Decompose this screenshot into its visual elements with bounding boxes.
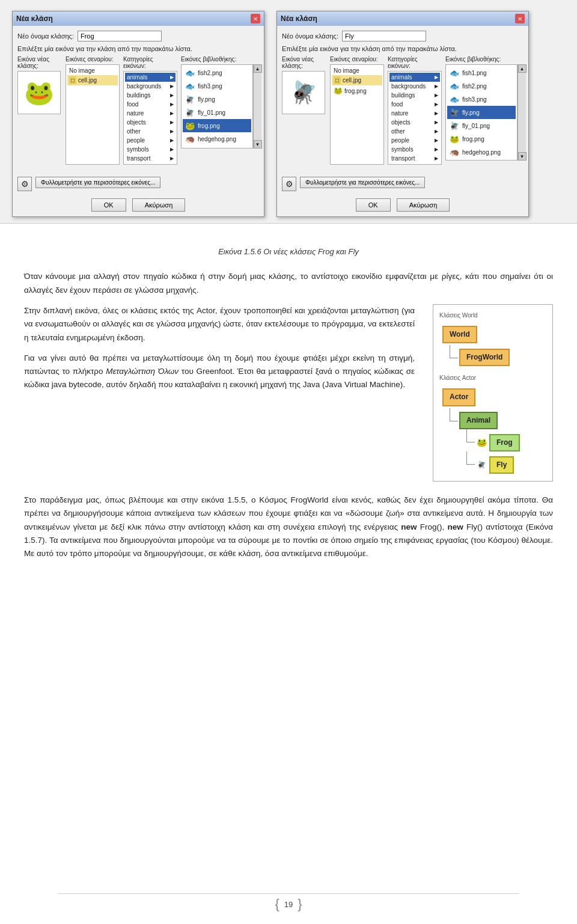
cat-transport[interactable]: transport▶ — [125, 154, 176, 163]
fly-class-row: 🪰 Fly — [476, 455, 514, 475]
paragraph-3: Για να γίνει αυτό θα πρέπει να μεταγλωττ… — [24, 352, 415, 392]
dialog-fly-ok-button[interactable]: OK — [356, 198, 391, 212]
dialog-fly-browse-button[interactable]: Φυλλομετρήστε για περισσότερες εικόνες..… — [300, 177, 425, 188]
dialog-frog-cancel-button[interactable]: Ακύρωση — [132, 198, 186, 212]
cell-jpg-icon: □ — [69, 76, 76, 84]
cat-nature[interactable]: nature▶ — [125, 109, 176, 118]
frog-class-box: Frog — [489, 434, 520, 451]
dialog-frog-cat-list[interactable]: animals▶ backgrounds▶ buildings▶ food▶ — [123, 71, 177, 165]
dialog-fly-name-input[interactable] — [342, 31, 426, 41]
fly-scenario-noimage[interactable]: No image — [332, 66, 382, 75]
dialog-fly-library-section: Εικόνες βιβλιοθήκης: 🐟 fish1.png 🐟 fish2… — [445, 56, 526, 165]
dialog-frog-library-list[interactable]: 🐟 fish2.png 🐟 fish3.png 🪰 fly.png — [181, 64, 253, 148]
fly-cat-transport[interactable]: transport▶ — [389, 154, 440, 163]
scenario-celljpg-label: cell.jpg — [78, 77, 97, 84]
dialog-fly-body: Νέο όνομα κλάσης: Επιλέξτε μία εικόνα γι… — [277, 26, 528, 173]
frogworld-connector: FrogWorld — [442, 346, 510, 367]
dialog-frog-name-row: Νέο όνομα κλάσης: — [17, 31, 259, 41]
fly-scenario-noimage-label: No image — [334, 67, 359, 74]
lib-fly[interactable]: 🪰 fly.png — [183, 93, 251, 106]
fly-cat-backgrounds[interactable]: backgrounds▶ — [389, 82, 440, 91]
fly-cat-objects[interactable]: objects▶ — [389, 118, 440, 127]
fly01-icon: 🪰 — [185, 107, 195, 118]
dialog-frog-preview-area: Εικόνα νέας κλάσης: 🐸 Εικόνες σεναρίου: … — [17, 56, 259, 165]
dialog-frog-browse-button[interactable]: Φυλλομετρήστε για περισσότερες εικόνες..… — [35, 177, 160, 188]
fly-class-box: Fly — [489, 456, 514, 474]
dialog-fly-cancel-button[interactable]: Ακύρωση — [397, 198, 450, 212]
lib-fish3[interactable]: 🐟 fish3.png — [183, 79, 251, 93]
fly-scenario-celljpg[interactable]: □ cell.jpg — [332, 75, 382, 85]
dialog-fly: Νέα κλάση ✕ Νέο όνομα κλάσης: Επιλέξτε μ… — [276, 11, 529, 217]
lib-fly01[interactable]: 🪰 fly_01.png — [183, 106, 251, 119]
cat-symbols[interactable]: symbols▶ — [125, 145, 176, 154]
dialog-frog-categories-section: Κατηγορίες εικόνων: animals▶ backgrounds… — [123, 56, 177, 165]
dialog-fly-actions: OK Ακύρωση — [277, 195, 528, 216]
fly-lib-hedgehog[interactable]: 🦔 hedgehog.png — [447, 145, 516, 159]
dialog-fly-close-button[interactable]: ✕ — [515, 14, 525, 23]
scroll-down-btn[interactable]: ▼ — [254, 140, 262, 148]
actor-section-label: Κλάσεις Actor — [439, 373, 546, 383]
fly-lib-fly[interactable]: 🪰 fly.png — [447, 106, 516, 119]
fly-scroll-up-btn[interactable]: ▲ — [518, 64, 527, 73]
fly-frog-icon: 🐸 — [334, 87, 343, 95]
cat-animals[interactable]: animals▶ — [125, 73, 176, 82]
fly-cat-animals[interactable]: animals▶ — [389, 73, 440, 82]
dialog-fly-library-scrollbar[interactable]: ▲ ▼ — [517, 64, 526, 161]
frog-class-row: 🐸 Frog — [476, 433, 520, 453]
cat-backgrounds[interactable]: backgrounds▶ — [125, 82, 176, 91]
animal-frog-line — [466, 429, 475, 442]
fly-cat-people[interactable]: people▶ — [389, 136, 440, 145]
brace-right: } — [298, 896, 302, 912]
dialog-fly-preview-label: Εικόνα νέας κλάσης: — [282, 56, 325, 69]
cat-other[interactable]: other▶ — [125, 127, 176, 136]
diagram-spacer — [439, 367, 546, 373]
dialog-frog-close-button[interactable]: ✕ — [251, 14, 260, 23]
dialog-fly-name-row: Νέο όνομα κλάσης: — [282, 31, 524, 41]
fly-cat-other[interactable]: other▶ — [389, 127, 440, 136]
dialog-frog-library-scrollbar[interactable]: ▲ ▼ — [253, 64, 261, 148]
dialog-fly-preview-box: 🪰 — [282, 71, 325, 114]
dialog-fly-browse-row: ⚙ Φυλλομετρήστε για περισσότερες εικόνες… — [282, 177, 524, 191]
fly-lib-fish3[interactable]: 🐟 fish3.png — [447, 93, 516, 106]
dialog-frog-scenario-list[interactable]: No image □ cell.jpg — [66, 64, 120, 165]
world-class-box: World — [442, 326, 477, 343]
animal-connector: Animal — [442, 409, 498, 430]
fly-lib-fish2[interactable]: 🐟 fish2.png — [447, 79, 516, 93]
scenario-item-noimage[interactable]: No image — [67, 66, 118, 75]
dialog-fly-scenario-list[interactable]: No image □ cell.jpg 🐸 frog.png — [330, 64, 384, 165]
lib-frog[interactable]: 🐸 frog.png — [183, 119, 251, 132]
fly-cat-symbols[interactable]: symbols▶ — [389, 145, 440, 154]
dialog-fly-library-list[interactable]: 🐟 fish1.png 🐟 fish2.png 🐟 fish3.png — [445, 64, 517, 161]
lib-fish2[interactable]: 🐟 fish2.png — [183, 66, 251, 79]
text-column: Στην διπλανή εικόνα, όλες οι κλάσεις εκτ… — [24, 304, 415, 482]
scenario-item-celljpg[interactable]: □ cell.jpg — [67, 75, 118, 85]
lib-hedgehog[interactable]: 🦔 hedgehog.png — [183, 132, 251, 145]
paragraph-1: Όταν κάνουμε μια αλλαγή στον πηγαίο κώδι… — [24, 270, 553, 297]
cat-food[interactable]: food▶ — [125, 100, 176, 109]
fly-cat-food[interactable]: food▶ — [389, 100, 440, 109]
fly-cat-nature[interactable]: nature▶ — [389, 109, 440, 118]
fly-cat-buildings[interactable]: buildings▶ — [389, 91, 440, 100]
dialog-frog-gear-button[interactable]: ⚙ — [17, 177, 32, 191]
world-class-box-row: World — [442, 325, 477, 344]
dialog-fly-cat-list[interactable]: animals▶ backgrounds▶ buildings▶ food▶ — [388, 71, 442, 165]
dialog-frog-name-input[interactable] — [78, 31, 162, 41]
world-tree: World FrogWorld — [439, 323, 546, 367]
dialog-frog-ok-button[interactable]: OK — [91, 198, 126, 212]
fly-fish2-icon: 🐟 — [449, 81, 460, 91]
frog-preview-icon: 🐸 — [24, 79, 54, 107]
dialog-fly-gear-button[interactable]: ⚙ — [282, 177, 296, 191]
fly-scenario-frogpng[interactable]: 🐸 frog.png — [332, 85, 382, 96]
fly-scenario-celljpg-label: cell.jpg — [343, 77, 361, 84]
cat-buildings[interactable]: buildings▶ — [125, 91, 176, 100]
dialogs-row: Νέα κλάση ✕ Νέο όνομα κλάσης: Επιλέξτε μ… — [0, 0, 577, 224]
fly-preview-icon: 🪰 — [290, 80, 317, 105]
cat-people[interactable]: people▶ — [125, 136, 176, 145]
world-section-label: Κλάσεις World — [439, 311, 546, 320]
cat-objects[interactable]: objects▶ — [125, 118, 176, 127]
fly-scroll-down-btn[interactable]: ▼ — [518, 152, 527, 161]
fly-lib-fish1[interactable]: 🐟 fish1.png — [447, 66, 516, 79]
scroll-up-btn[interactable]: ▲ — [254, 64, 262, 73]
fly-lib-frog[interactable]: 🐸 frog.png — [447, 132, 516, 145]
fly-lib-fly01[interactable]: 🪰 fly_01.png — [447, 119, 516, 132]
